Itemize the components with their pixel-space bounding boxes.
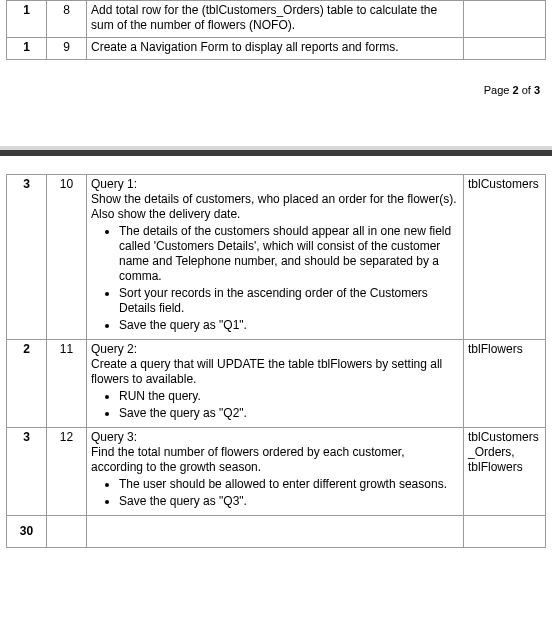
- task-desc-cell: Query 3: Find the total number of flower…: [87, 428, 464, 516]
- list-item: The user should be allowed to enter diff…: [119, 477, 459, 492]
- list-item: Save the query as "Q1".: [119, 318, 459, 333]
- points-cell: 2: [7, 340, 47, 428]
- table-row: 2 11 Query 2: Create a query that will U…: [7, 340, 546, 428]
- page-break-bar: [0, 150, 552, 156]
- points-cell: 3: [7, 175, 47, 340]
- query-title: Query 2:: [91, 342, 137, 356]
- page-prefix: Page: [484, 84, 513, 96]
- page-sep: of: [519, 84, 534, 96]
- bullet-list: RUN the query. Save the query as "Q2".: [119, 389, 459, 421]
- bullet-list: The user should be allowed to enter diff…: [119, 477, 459, 509]
- list-item: Save the query as "Q2".: [119, 406, 459, 421]
- points-cell: 1: [7, 38, 47, 60]
- query-desc: Create a query that will UPDATE the tabl…: [91, 357, 442, 386]
- query-title: Query 3:: [91, 430, 137, 444]
- ref-cell: tblCustomers_Orders, tblFlowers: [464, 428, 546, 516]
- page-total: 3: [534, 84, 540, 96]
- task-desc-cell: Add total row for the (tblCustomers_Orde…: [87, 1, 464, 38]
- table-row: 3 10 Query 1: Show the details of custom…: [7, 175, 546, 340]
- query-desc: Show the details of customers, who place…: [91, 192, 457, 221]
- table-row-total: 30: [7, 516, 546, 548]
- ref-cell: [464, 38, 546, 60]
- task-num-cell: 11: [47, 340, 87, 428]
- empty-cell: [87, 516, 464, 548]
- page-indicator: Page 2 of 3: [6, 84, 540, 96]
- query-desc: Find the total number of flowers ordered…: [91, 445, 405, 474]
- empty-cell: [47, 516, 87, 548]
- empty-cell: [464, 516, 546, 548]
- list-item: The details of the customers should appe…: [119, 224, 459, 284]
- list-item: RUN the query.: [119, 389, 459, 404]
- task-desc-cell: Query 2: Create a query that will UPDATE…: [87, 340, 464, 428]
- points-total-cell: 30: [7, 516, 47, 548]
- list-item: Sort your records in the ascending order…: [119, 286, 459, 316]
- task-num-cell: 10: [47, 175, 87, 340]
- list-item: Save the query as "Q3".: [119, 494, 459, 509]
- ref-cell: tblCustomers: [464, 175, 546, 340]
- table-row: 1 9 Create a Navigation Form to display …: [7, 38, 546, 60]
- task-num-cell: 8: [47, 1, 87, 38]
- tasks-table-bottom: 3 10 Query 1: Show the details of custom…: [6, 174, 546, 548]
- tasks-table-top: 1 8 Add total row for the (tblCustomers_…: [6, 0, 546, 60]
- table-row: 1 8 Add total row for the (tblCustomers_…: [7, 1, 546, 38]
- task-desc-cell: Query 1: Show the details of customers, …: [87, 175, 464, 340]
- bullet-list: The details of the customers should appe…: [119, 224, 459, 333]
- points-cell: 3: [7, 428, 47, 516]
- table-row: 3 12 Query 3: Find the total number of f…: [7, 428, 546, 516]
- ref-cell: [464, 1, 546, 38]
- task-desc-cell: Create a Navigation Form to display all …: [87, 38, 464, 60]
- points-cell: 1: [7, 1, 47, 38]
- task-num-cell: 12: [47, 428, 87, 516]
- query-title: Query 1:: [91, 177, 137, 191]
- ref-cell: tblFlowers: [464, 340, 546, 428]
- task-num-cell: 9: [47, 38, 87, 60]
